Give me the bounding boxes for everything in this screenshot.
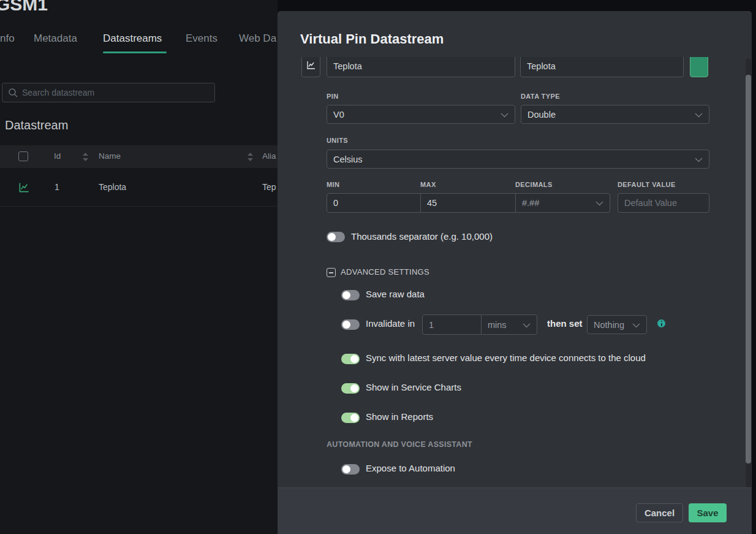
sort-id-icon[interactable] bbox=[83, 153, 88, 164]
save-raw-data-toggle[interactable] bbox=[341, 290, 360, 300]
show-in-reports-label: Show in Reports bbox=[366, 411, 433, 422]
column-id[interactable]: Id bbox=[54, 151, 61, 161]
pin-label: PIN bbox=[327, 93, 339, 100]
search-input[interactable] bbox=[22, 83, 206, 102]
sync-toggle[interactable] bbox=[341, 354, 360, 364]
decimals-select[interactable]: #.## bbox=[515, 193, 610, 213]
decimals-value: #.## bbox=[522, 198, 595, 208]
datastream-chart-icon bbox=[18, 181, 30, 196]
sync-label: Sync with latest server value every time… bbox=[366, 353, 646, 363]
min-input[interactable] bbox=[327, 193, 421, 213]
active-tab-underline bbox=[103, 51, 167, 53]
units-label: UNITS bbox=[327, 137, 348, 144]
expose-to-automation-label: Expose to Automation bbox=[366, 463, 455, 473]
advanced-settings-header: ADVANCED SETTINGS bbox=[341, 267, 429, 277]
tab-info[interactable]: nfo bbox=[0, 32, 15, 45]
table-row[interactable]: 1 Teplota Tep bbox=[0, 168, 282, 207]
modal-title: Virtual Pin Datastream bbox=[300, 31, 444, 47]
chevron-down-icon bbox=[501, 110, 508, 120]
default-value-label: DEFAULT VALUE bbox=[618, 181, 676, 188]
tab-events[interactable]: Events bbox=[186, 32, 217, 45]
datastream-section-title: Datastream bbox=[5, 118, 68, 132]
invalidate-value-input[interactable] bbox=[422, 315, 482, 335]
pin-select[interactable]: V0 bbox=[327, 105, 515, 124]
row-name: Teplota bbox=[99, 182, 126, 192]
then-set-value: Nothing bbox=[594, 320, 632, 330]
default-value-input[interactable] bbox=[618, 193, 709, 213]
invalidate-unit-select[interactable]: mins bbox=[481, 315, 537, 335]
then-set-select[interactable]: Nothing bbox=[587, 315, 647, 334]
invalidate-toggle[interactable] bbox=[341, 319, 360, 330]
show-in-service-charts-label: Show in Service Charts bbox=[366, 382, 461, 392]
min-label: MIN bbox=[327, 181, 339, 188]
invalidate-label: Invalidate in bbox=[366, 318, 415, 329]
pin-value: V0 bbox=[333, 110, 501, 120]
tab-metadata[interactable]: Metadata bbox=[34, 32, 77, 45]
max-input[interactable] bbox=[420, 193, 516, 213]
row-alias: Tep bbox=[262, 182, 276, 192]
tab-web-dashboard[interactable]: Web Da bbox=[239, 32, 276, 45]
units-select[interactable]: Celsius bbox=[327, 150, 709, 169]
chevron-down-icon bbox=[632, 320, 640, 330]
data-type-label: DATA TYPE bbox=[521, 93, 560, 100]
column-alias[interactable]: Alia bbox=[262, 151, 276, 161]
virtual-pin-datastream-modal: Virtual Pin Datastream PIN DATA TYPE V0 … bbox=[278, 11, 752, 534]
row-id: 1 bbox=[55, 182, 59, 192]
chevron-down-icon bbox=[695, 110, 703, 120]
sort-name-icon[interactable] bbox=[248, 153, 253, 164]
device-title: GSM1 bbox=[0, 0, 48, 15]
show-in-service-charts-toggle[interactable] bbox=[341, 383, 360, 394]
data-type-value: Double bbox=[527, 110, 695, 120]
name-input[interactable] bbox=[327, 57, 515, 77]
search-box[interactable] bbox=[2, 83, 215, 102]
cancel-button[interactable]: Cancel bbox=[636, 503, 683, 522]
chevron-down-icon bbox=[595, 198, 603, 208]
alias-input[interactable] bbox=[520, 57, 684, 77]
select-all-checkbox[interactable] bbox=[18, 151, 28, 161]
expose-to-automation-toggle[interactable] bbox=[341, 464, 360, 475]
show-in-reports-toggle[interactable] bbox=[341, 413, 360, 423]
chevron-down-icon bbox=[695, 154, 703, 164]
modal-scrollbar-thumb[interactable] bbox=[746, 75, 751, 463]
max-label: MAX bbox=[420, 181, 436, 188]
collapse-advanced-icon[interactable] bbox=[327, 268, 336, 277]
search-icon bbox=[8, 88, 18, 101]
data-type-select[interactable]: Double bbox=[521, 105, 709, 124]
save-button[interactable]: Save bbox=[689, 503, 727, 522]
save-raw-data-label: Save raw data bbox=[366, 289, 425, 299]
decimals-label: DECIMALS bbox=[515, 181, 553, 188]
thousands-separator-label: Thousands separator (e.g. 10,000) bbox=[351, 231, 493, 242]
column-name[interactable]: Name bbox=[99, 151, 121, 161]
invalidate-unit-value: mins bbox=[488, 320, 523, 330]
then-set-label: then set bbox=[547, 318, 583, 329]
datastream-icon-button[interactable] bbox=[301, 57, 320, 77]
automation-voice-assistant-header: AUTOMATION AND VOICE ASSISTANT bbox=[327, 440, 472, 449]
name-alias-row bbox=[278, 57, 752, 77]
units-value: Celsius bbox=[333, 154, 695, 164]
modal-footer: Cancel Save bbox=[278, 487, 752, 534]
thousands-separator-toggle[interactable] bbox=[327, 232, 345, 242]
chevron-down-icon bbox=[523, 320, 531, 330]
table-header: Id Name Alia bbox=[0, 145, 282, 168]
line-chart-icon bbox=[306, 60, 316, 72]
info-icon[interactable] bbox=[657, 319, 665, 327]
tab-datastreams[interactable]: Datastreams bbox=[103, 32, 162, 45]
color-swatch-button[interactable] bbox=[690, 57, 708, 77]
